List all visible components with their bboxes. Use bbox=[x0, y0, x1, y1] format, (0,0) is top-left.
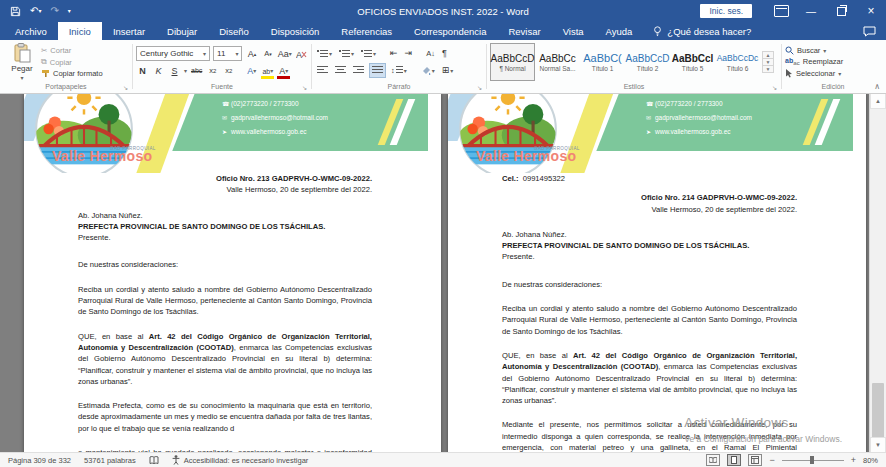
paragraph-greeting[interactable]: Reciba un cordial y atento saludo a nomb… bbox=[502, 303, 797, 337]
underline-dropdown-icon[interactable]: ▾ bbox=[184, 67, 187, 74]
styles-dialog-launcher-icon[interactable]: ↘ bbox=[772, 85, 777, 91]
tab-revisar[interactable]: Revisar bbox=[497, 22, 551, 40]
minimize-button[interactable]: — bbox=[796, 0, 826, 22]
collapse-ribbon-icon[interactable]: ∧ bbox=[874, 82, 880, 91]
tell-me-box[interactable]: ¿Qué desea hacer? bbox=[643, 22, 761, 40]
letter-213-content[interactable]: Oficio Nro. 213 GADPRVH-O-WMC-09-2022. V… bbox=[78, 173, 372, 453]
underline-button[interactable]: S bbox=[168, 64, 181, 77]
page-right[interactable]: RUC : 1760120660001 ☎(02)2773220 / 27733… bbox=[448, 93, 866, 453]
scroll-up-icon[interactable]: ▲ bbox=[870, 93, 886, 109]
ribbon-display-options-icon[interactable] bbox=[766, 0, 796, 22]
style-titulo-5[interactable]: AaBbCcl Título 5 bbox=[670, 43, 715, 81]
change-case-button[interactable]: Aa▾ bbox=[277, 47, 292, 60]
superscript-button[interactable]: x2 bbox=[222, 64, 235, 77]
zoom-level[interactable]: 80% bbox=[863, 456, 878, 465]
tab-correspondencia[interactable]: Correspondencia bbox=[403, 22, 497, 40]
tab-diseno[interactable]: Diseño bbox=[208, 22, 260, 40]
paste-button[interactable]: Pegar ▾ bbox=[3, 43, 41, 81]
tab-referencias[interactable]: Referencias bbox=[330, 22, 403, 40]
sign-in-button[interactable]: Inic. ses. bbox=[700, 4, 752, 18]
font-color-button[interactable]: A▾ bbox=[277, 63, 290, 79]
paragraph-cootad[interactable]: QUE, en base al Art. 42 del Código Orgán… bbox=[502, 350, 797, 406]
italic-button[interactable]: K bbox=[152, 64, 165, 77]
shading-button[interactable]: ▾ bbox=[419, 64, 437, 77]
word-count[interactable]: 53761 palabras bbox=[84, 456, 136, 465]
customize-qat-icon[interactable]: ▾ bbox=[68, 8, 71, 14]
style-normal-sa[interactable]: AaBbCc Normal Sa... bbox=[535, 43, 580, 81]
tab-archivo[interactable]: Archivo bbox=[4, 22, 58, 40]
clipboard-dialog-launcher-icon[interactable]: ↘ bbox=[123, 85, 128, 91]
vertical-scrollbar[interactable]: ▲ ▼ bbox=[869, 93, 886, 453]
scrollbar-thumb[interactable] bbox=[872, 383, 884, 441]
font-family-combo[interactable]: Century Gothic▾ bbox=[136, 46, 210, 61]
tab-disposicion[interactable]: Disposición bbox=[260, 22, 331, 40]
show-marks-button[interactable]: ¶ bbox=[440, 47, 449, 60]
recipient-presente[interactable]: Presente. bbox=[502, 251, 797, 262]
proofing-status-icon[interactable] bbox=[149, 456, 159, 465]
save-icon[interactable] bbox=[10, 6, 21, 17]
tab-insertar[interactable]: Insertar bbox=[102, 22, 156, 40]
tab-vista[interactable]: Vista bbox=[552, 22, 595, 40]
recipient-name[interactable]: Ab. Johana Núñez. bbox=[78, 210, 372, 221]
paragraph-dialog-launcher-icon[interactable]: ↘ bbox=[477, 85, 482, 91]
style-titulo-1[interactable]: AaBbC( Título 1 bbox=[580, 43, 625, 81]
oficio-date[interactable]: Valle Hermoso, 20 de septiembre del 2022… bbox=[502, 204, 797, 215]
cut-button[interactable]: ✂ Cortar bbox=[41, 46, 103, 55]
zoom-in-icon[interactable]: + bbox=[851, 456, 856, 465]
paste-dropdown-icon[interactable]: ▾ bbox=[20, 74, 23, 81]
style-titulo-6[interactable]: AaBbCcDc Título 6 bbox=[715, 43, 760, 81]
align-center-button[interactable] bbox=[333, 64, 348, 77]
zoom-out-icon[interactable]: − bbox=[769, 456, 774, 465]
copy-button[interactable]: ⧉ Copiar bbox=[41, 57, 103, 67]
replace-button[interactable]: abac Reemplazar bbox=[785, 57, 843, 66]
oficio-number[interactable]: Oficio Nro. 214 GADPRVH-O-WMC-09-2022. bbox=[502, 192, 797, 203]
oficio-number[interactable]: Oficio Nro. 213 GADPRVH-O-WMC-09-2022. bbox=[78, 173, 372, 184]
bold-button[interactable]: N bbox=[136, 64, 149, 77]
grow-font-button[interactable]: A▴ bbox=[245, 47, 258, 60]
tab-inicio[interactable]: Inicio bbox=[58, 22, 102, 40]
view-print-layout-icon[interactable] bbox=[727, 454, 741, 466]
restore-button[interactable] bbox=[826, 0, 856, 22]
comment-icon[interactable] bbox=[863, 26, 876, 37]
strikethrough-button[interactable]: abc bbox=[190, 64, 203, 77]
increase-indent-button[interactable]: ⇥ bbox=[403, 47, 415, 60]
numbering-button[interactable]: ▾ bbox=[337, 47, 356, 60]
bullets-button[interactable]: ▾ bbox=[315, 47, 334, 60]
line-spacing-button[interactable]: ↕▾ bbox=[389, 64, 409, 77]
tab-dibujar[interactable]: Dibujar bbox=[156, 22, 208, 40]
style-normal[interactable]: AaBbCcD ¶ Normal bbox=[490, 43, 535, 81]
zoom-slider-thumb[interactable] bbox=[810, 456, 814, 464]
font-dialog-launcher-icon[interactable]: ↘ bbox=[302, 85, 307, 91]
shrink-font-button[interactable]: A▾ bbox=[261, 47, 274, 60]
align-left-button[interactable] bbox=[315, 64, 330, 77]
find-button[interactable]: Buscar▾ bbox=[785, 46, 843, 55]
close-button[interactable]: × bbox=[856, 0, 886, 22]
subscript-button[interactable]: x2 bbox=[206, 64, 219, 77]
tab-ayuda[interactable]: Ayuda bbox=[595, 22, 644, 40]
style-titulo-2[interactable]: AaBbCcD Título 2 bbox=[625, 43, 670, 81]
decrease-indent-button[interactable]: ⇤ bbox=[388, 47, 400, 60]
scroll-down-icon[interactable]: ▼ bbox=[870, 437, 886, 453]
letter-214-content[interactable]: Cel.: 0991495322 Oficio Nro. 214 GADPRVH… bbox=[502, 173, 797, 453]
highlight-color-button[interactable]: ab▾ bbox=[261, 63, 274, 79]
paragraph-cootad[interactable]: QUE, en base al Art. 42 del Código Orgán… bbox=[78, 331, 372, 387]
recipient-name[interactable]: Ab. Johana Núñez. bbox=[502, 229, 797, 240]
format-painter-button[interactable]: Copiar formato bbox=[41, 69, 103, 78]
borders-button[interactable]: ⊞▾ bbox=[440, 64, 456, 77]
view-web-layout-icon[interactable] bbox=[748, 454, 762, 466]
paragraph-greeting[interactable]: Reciba un cordial y atento saludo a nomb… bbox=[78, 284, 372, 318]
cel-line[interactable]: Cel.: 0991495322 bbox=[502, 173, 797, 184]
styles-gallery-more-icon[interactable]: ▼ bbox=[762, 65, 774, 73]
page-left[interactable]: RUC : 1760120660001 ☎(02)2773220 / 27733… bbox=[24, 93, 441, 453]
zoom-slider[interactable] bbox=[782, 460, 844, 461]
paragraph-maquinaria[interactable]: Estimada Prefecta, como es de su conocim… bbox=[78, 400, 372, 434]
page-indicator[interactable]: Página 309 de 332 bbox=[8, 456, 71, 465]
recipient-presente[interactable]: Presente. bbox=[78, 232, 372, 243]
document-canvas[interactable]: RUC : 1760120660001 ☎(02)2773220 / 27733… bbox=[0, 93, 886, 453]
accessibility-status[interactable]: Accesibilidad: es necesario investigar bbox=[172, 455, 309, 465]
view-read-mode-icon[interactable] bbox=[706, 454, 720, 466]
recipient-title[interactable]: PREFECTA PROVINCIAL DE SANTO DOMINGO DE … bbox=[502, 240, 797, 251]
recipient-title[interactable]: PREFECTA PROVINCIAL DE SANTO DOMINGO DE … bbox=[78, 221, 372, 232]
text-effects-button[interactable]: A▾ bbox=[245, 64, 258, 77]
align-right-button[interactable] bbox=[351, 64, 366, 77]
